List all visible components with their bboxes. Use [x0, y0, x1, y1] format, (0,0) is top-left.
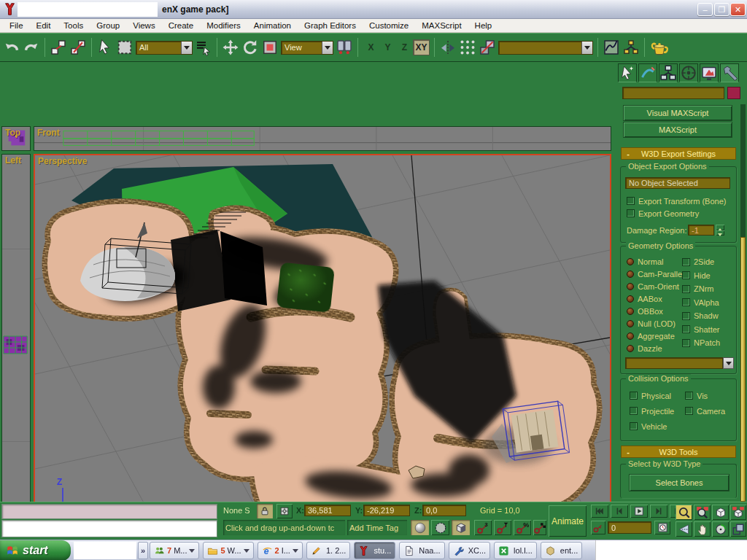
damage-region-spinner[interactable]: [716, 225, 724, 236]
geometry-checkbox[interactable]: NPatch: [682, 336, 720, 350]
taskbar-item[interactable]: stu...: [354, 542, 395, 559]
minmax-toggle-button[interactable]: [730, 521, 746, 537]
viewport-left[interactable]: Left: [1, 154, 31, 542]
visual-maxscript-button[interactable]: Visual MAXScript: [624, 106, 732, 120]
render-teapot-icon[interactable]: [649, 37, 670, 58]
taskbar-item[interactable]: ent...: [541, 542, 582, 559]
checkbox-box[interactable]: [682, 325, 690, 333]
menu-item[interactable]: File: [3, 20, 30, 31]
checkbox-box[interactable]: [685, 407, 693, 415]
checkbox-box[interactable]: [685, 392, 693, 400]
geometry-radio[interactable]: Normal: [627, 255, 684, 268]
axis-constraint-button[interactable]: Y: [379, 39, 396, 55]
radio-dot[interactable]: [627, 308, 634, 315]
radio-dot[interactable]: [627, 258, 634, 265]
taskbar-item[interactable]: 5 W...: [203, 542, 253, 559]
utilities-tab-icon[interactable]: [720, 63, 739, 82]
taskbar-item[interactable]: Naa...: [399, 542, 444, 559]
key-mode-percent-button[interactable]: %: [514, 520, 531, 535]
radio-dot[interactable]: [627, 271, 634, 278]
display-tab-icon[interactable]: [700, 63, 719, 82]
degradation-button[interactable]: [452, 520, 470, 535]
link-icon[interactable]: [50, 39, 67, 56]
radio-dot[interactable]: [627, 345, 634, 352]
taskbar-item[interactable]: 1. 2...: [306, 542, 351, 559]
geometry-radio[interactable]: AABox: [627, 292, 684, 305]
minimize-button[interactable]: –: [697, 3, 713, 16]
w3d-export-rollout[interactable]: - W3D Export Settings: [621, 147, 736, 160]
set-key-button[interactable]: [591, 521, 605, 534]
checkbox-box[interactable]: [682, 339, 690, 347]
geometry-radio[interactable]: Dazzle: [627, 342, 684, 354]
absolute-offset-button[interactable]: [276, 504, 293, 518]
utility-color-button[interactable]: [727, 87, 740, 99]
curve-editor-icon[interactable]: [603, 39, 620, 56]
radio-dot[interactable]: [627, 295, 634, 303]
undo-icon[interactable]: [3, 39, 20, 56]
select-bones-button[interactable]: Select Bones: [630, 475, 729, 491]
use-pivot-icon[interactable]: [336, 39, 353, 56]
motion-tab-icon[interactable]: [679, 63, 698, 82]
select-icon[interactable]: [96, 39, 114, 56]
lock-selection-button[interactable]: [257, 504, 273, 518]
radio-dot[interactable]: [627, 283, 634, 290]
geometry-checkbox[interactable]: VAlpha: [682, 296, 720, 310]
geometry-radio[interactable]: OBBox: [627, 305, 684, 317]
current-frame-field[interactable]: 0: [608, 521, 651, 534]
viewport-perspective[interactable]: Z Y X Perspective: [34, 154, 611, 532]
collision-checkbox[interactable]: Vis: [685, 389, 733, 402]
geometry-checkbox[interactable]: ZNrm: [682, 282, 720, 296]
checkbox-box[interactable]: [630, 422, 638, 430]
menu-item[interactable]: Help: [468, 20, 499, 31]
arc-rotate-button[interactable]: [712, 521, 729, 537]
taskbar-item[interactable]: e 2 I...: [258, 542, 303, 559]
z-coord-field[interactable]: 0,0: [422, 505, 466, 516]
unlink-icon[interactable]: [69, 39, 87, 56]
menu-item[interactable]: Customize: [363, 20, 415, 31]
export-option-checkbox[interactable]: Export Transform (Bone): [627, 195, 726, 207]
utility-script-field[interactable]: [622, 87, 724, 99]
export-option-checkbox[interactable]: Export Geometry: [627, 207, 726, 219]
create-tab-icon[interactable]: [618, 63, 637, 82]
add-time-tag[interactable]: Add Time Tag: [347, 520, 407, 535]
menu-item[interactable]: Edit: [30, 20, 58, 31]
close-button[interactable]: ✕: [730, 3, 746, 16]
modify-tab-icon[interactable]: [638, 63, 657, 82]
fov-button[interactable]: [676, 521, 692, 537]
named-selection-dropdown[interactable]: [498, 41, 593, 55]
zoom-button[interactable]: [676, 505, 692, 520]
time-config-button[interactable]: [654, 521, 670, 534]
axis-constraint-button[interactable]: X: [363, 39, 379, 55]
start-button[interactable]: start: [0, 540, 71, 560]
align-icon[interactable]: [479, 39, 496, 56]
collision-checkbox[interactable]: Projectile: [630, 405, 685, 417]
play-button[interactable]: [630, 505, 648, 518]
prev-frame-button[interactable]: [611, 505, 628, 518]
shaded-mode-button[interactable]: [411, 520, 429, 535]
geometry-dropdown[interactable]: [625, 357, 723, 369]
panel-scrollbar-thumb[interactable]: [740, 237, 746, 502]
geometry-checkbox[interactable]: Shadw: [682, 309, 720, 323]
taskbar-item-menu-arrow[interactable]: [189, 549, 195, 556]
w3d-tools-rollout[interactable]: - W3D Tools: [621, 446, 736, 458]
chevron-button[interactable]: »: [138, 542, 148, 559]
geometry-checkbox[interactable]: 2Side: [682, 255, 720, 269]
taskbar-item[interactable]: 7 M...: [150, 542, 199, 559]
menu-item[interactable]: Tools: [57, 20, 90, 31]
menu-item[interactable]: Modifiers: [200, 20, 247, 31]
checkbox-box[interactable]: [630, 407, 638, 415]
checkbox-box[interactable]: [682, 298, 690, 306]
checkbox-box[interactable]: [682, 285, 690, 293]
collision-checkbox[interactable]: Vehicle: [630, 420, 685, 432]
checkbox-box[interactable]: [682, 258, 690, 266]
taskbar-item-menu-arrow[interactable]: [244, 549, 249, 556]
geometry-radio[interactable]: Cam-Orient: [627, 280, 684, 292]
selection-filter-dropdown[interactable]: All: [136, 41, 193, 55]
key-mode-steps-button[interactable]: [533, 520, 546, 535]
y-coord-field[interactable]: -26,219: [363, 505, 410, 516]
viewport-top[interactable]: Top: [1, 126, 31, 151]
radio-dot[interactable]: [627, 320, 634, 327]
rotate-icon[interactable]: [241, 39, 259, 56]
schematic-view-icon[interactable]: [622, 39, 640, 56]
checkbox-box[interactable]: [682, 271, 690, 279]
